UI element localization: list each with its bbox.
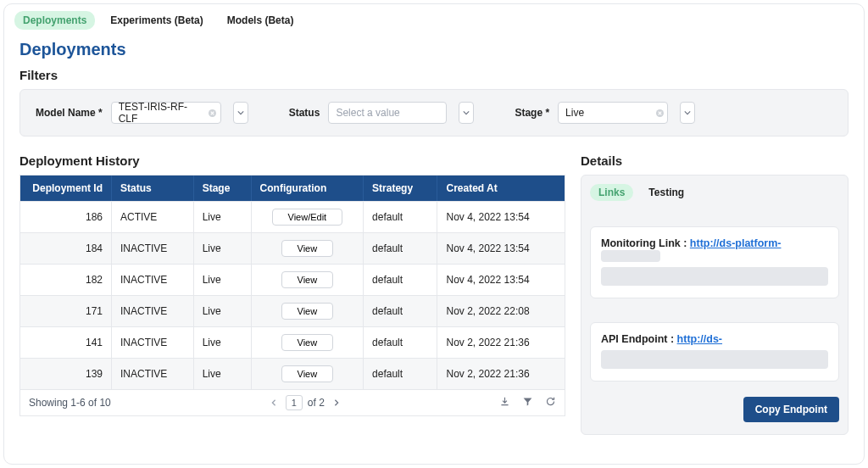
table-row[interactable]: 141INACTIVELiveViewdefaultNov 2, 2022 21… <box>20 326 565 358</box>
model-name-dropdown-toggle[interactable] <box>233 102 248 124</box>
config-button[interactable]: View/Edit <box>272 209 343 226</box>
cell-id: 171 <box>20 295 112 326</box>
col-header-strategy[interactable]: Strategy <box>364 176 437 201</box>
api-card: API Endpoint : http://ds- <box>590 322 839 382</box>
page-title: Deployments <box>4 30 864 68</box>
download-icon[interactable] <box>499 396 510 410</box>
cell-created: Nov 2, 2022 21:36 <box>437 326 565 358</box>
cell-status: INACTIVE <box>112 232 194 264</box>
cell-strategy: default <box>364 201 437 232</box>
cell-stage: Live <box>194 358 252 389</box>
cell-stage: Live <box>194 326 252 358</box>
page-of-label: of 2 <box>308 397 325 409</box>
cell-config: View <box>252 264 364 295</box>
col-header-status[interactable]: Status <box>112 176 194 201</box>
clear-icon[interactable] <box>205 105 220 120</box>
config-button[interactable]: View <box>281 303 334 320</box>
history-heading: Deployment History <box>19 153 565 168</box>
config-button[interactable]: View <box>281 334 334 351</box>
filters-heading: Filters <box>19 68 849 82</box>
status-placeholder: Select a value <box>336 107 446 119</box>
monitoring-card: Monitoring Link : http://ds-platform- <box>590 226 839 298</box>
redacted-text <box>601 350 828 369</box>
filter-model-name-label: Model Name * <box>36 107 103 119</box>
cell-config: View <box>252 326 364 358</box>
page-number-input[interactable]: 1 <box>286 395 303 410</box>
cell-stage: Live <box>194 295 252 326</box>
stage-input[interactable]: Live <box>558 102 668 124</box>
cell-status: INACTIVE <box>112 358 194 389</box>
filter-status-label: Status <box>289 107 320 119</box>
table-row[interactable]: 184INACTIVELiveViewdefaultNov 4, 2022 13… <box>20 232 565 264</box>
table-row[interactable]: 171INACTIVELiveViewdefaultNov 2, 2022 22… <box>20 295 565 326</box>
details-heading: Details <box>581 153 849 168</box>
config-button[interactable]: View <box>281 240 334 257</box>
cell-stage: Live <box>194 201 252 232</box>
monitoring-label: Monitoring Link : <box>601 237 690 249</box>
cell-id: 182 <box>20 264 112 295</box>
api-link[interactable]: http://ds- <box>677 333 722 345</box>
table-row[interactable]: 182INACTIVELiveViewdefaultNov 4, 2022 13… <box>20 264 565 295</box>
cell-id: 184 <box>20 232 112 264</box>
cell-created: Nov 2, 2022 22:08 <box>437 295 565 326</box>
cell-config: View <box>252 358 364 389</box>
model-name-input[interactable]: TEST-IRIS-RF-CLF <box>111 102 221 124</box>
table-row[interactable]: 139INACTIVELiveViewdefaultNov 2, 2022 21… <box>20 358 565 389</box>
details-panel: Links Testing Monitoring Link : http://d… <box>581 175 849 435</box>
redacted-text <box>601 250 660 262</box>
row-range: Showing 1-6 of 10 <box>29 397 111 409</box>
config-button[interactable]: View <box>281 271 334 288</box>
subtab-links[interactable]: Links <box>590 184 633 201</box>
cell-status: INACTIVE <box>112 326 194 358</box>
model-name-value: TEST-IRIS-RF-CLF <box>119 101 205 125</box>
cell-id: 141 <box>20 326 112 358</box>
status-dropdown-toggle[interactable] <box>459 102 474 124</box>
config-button[interactable]: View <box>281 365 334 382</box>
cell-status: INACTIVE <box>112 264 194 295</box>
col-header-stage[interactable]: Stage <box>194 176 252 201</box>
filters-panel: Model Name * TEST-IRIS-RF-CLF Status Sel… <box>19 89 849 136</box>
cell-created: Nov 4, 2022 13:54 <box>437 264 565 295</box>
tab-experiments[interactable]: Experiments (Beta) <box>102 11 211 30</box>
col-header-created[interactable]: Created At <box>437 176 565 201</box>
cell-id: 139 <box>20 358 112 389</box>
cell-strategy: default <box>364 232 437 264</box>
filter-status: Status Select a value <box>289 102 475 124</box>
status-input[interactable]: Select a value <box>328 102 447 124</box>
filter-stage: Stage * Live <box>515 102 695 124</box>
cell-strategy: default <box>364 358 437 389</box>
cell-config: View/Edit <box>252 201 364 232</box>
clear-icon[interactable] <box>652 105 667 120</box>
redacted-text <box>601 267 828 286</box>
cell-created: Nov 4, 2022 13:54 <box>437 232 565 264</box>
cell-stage: Live <box>194 232 252 264</box>
filter-model-name: Model Name * TEST-IRIS-RF-CLF <box>36 102 248 124</box>
cell-status: INACTIVE <box>112 295 194 326</box>
filter-icon[interactable] <box>522 396 533 410</box>
table-row[interactable]: 186ACTIVELiveView/EditdefaultNov 4, 2022… <box>20 201 565 232</box>
copy-endpoint-button[interactable]: Copy Endpoint <box>743 397 839 422</box>
cell-config: View <box>252 232 364 264</box>
cell-created: Nov 2, 2022 21:36 <box>437 358 565 389</box>
cell-id: 186 <box>20 201 112 232</box>
tab-models[interactable]: Models (Beta) <box>219 11 303 30</box>
refresh-icon[interactable] <box>545 396 556 410</box>
stage-value: Live <box>565 107 652 119</box>
cell-status: ACTIVE <box>112 201 194 232</box>
cell-stage: Live <box>194 264 252 295</box>
stage-dropdown-toggle[interactable] <box>680 102 695 124</box>
monitoring-link[interactable]: http://ds-platform- <box>690 237 782 249</box>
table-footer: Showing 1-6 of 10 1 of 2 <box>19 390 565 416</box>
pager: 1 of 2 <box>111 395 499 410</box>
cell-created: Nov 4, 2022 13:54 <box>437 201 565 232</box>
col-header-id[interactable]: Deployment Id <box>20 176 112 201</box>
api-label: API Endpoint : <box>601 333 677 345</box>
cell-config: View <box>252 295 364 326</box>
prev-page-icon[interactable] <box>267 396 281 410</box>
top-nav: Deployments Experiments (Beta) Models (B… <box>4 4 864 30</box>
deployment-history-table: Deployment Id Status Stage Configuration… <box>19 175 565 390</box>
tab-deployments[interactable]: Deployments <box>14 11 95 30</box>
col-header-config[interactable]: Configuration <box>252 176 364 201</box>
next-page-icon[interactable] <box>330 396 343 410</box>
subtab-testing[interactable]: Testing <box>640 184 693 201</box>
